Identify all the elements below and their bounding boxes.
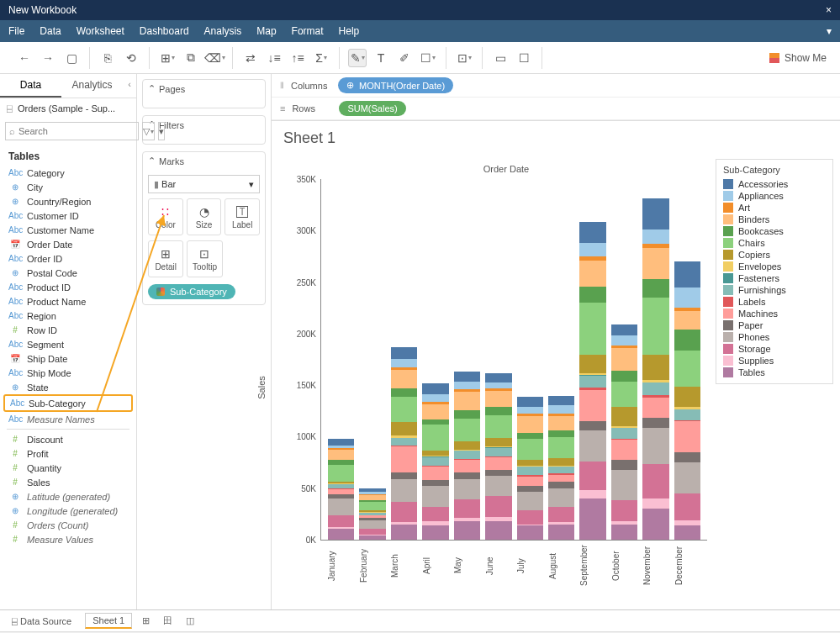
segment-bookcases[interactable] bbox=[611, 371, 637, 381]
segment-phones[interactable] bbox=[391, 479, 417, 502]
menu-file[interactable]: File bbox=[8, 25, 24, 37]
segment-storage[interactable] bbox=[422, 507, 448, 521]
legend-item-supplies[interactable]: Supplies bbox=[723, 355, 826, 367]
segment-storage[interactable] bbox=[391, 502, 417, 523]
group-icon[interactable]: ✐ bbox=[395, 49, 414, 67]
close-icon[interactable]: × bbox=[826, 4, 832, 16]
marks-tooltip-button[interactable]: ⊡Tooltip bbox=[187, 240, 222, 277]
segment-phones[interactable] bbox=[359, 520, 385, 529]
field-longitude-generated-[interactable]: ⊕Longitude (generated) bbox=[3, 504, 133, 518]
segment-tables[interactable] bbox=[579, 498, 605, 540]
segment-storage[interactable] bbox=[328, 515, 354, 528]
rows-pill[interactable]: SUM(Sales) bbox=[339, 101, 405, 116]
segment-copiers[interactable] bbox=[579, 355, 605, 373]
legend-item-chairs[interactable]: Chairs bbox=[723, 237, 826, 249]
field-order-date[interactable]: 📅Order Date bbox=[3, 237, 133, 251]
segment-furnishings[interactable] bbox=[579, 376, 605, 388]
segment-machines[interactable] bbox=[548, 475, 574, 483]
segment-machines[interactable] bbox=[611, 440, 637, 461]
segment-paper[interactable] bbox=[548, 482, 574, 488]
segment-paper[interactable] bbox=[674, 452, 700, 462]
segment-bookcases[interactable] bbox=[391, 388, 417, 397]
legend-item-furnishings[interactable]: Furnishings bbox=[723, 284, 826, 296]
sort-asc-icon[interactable]: ↓≡ bbox=[265, 49, 283, 67]
worksheet-format-icon[interactable]: ☐▾ bbox=[419, 49, 437, 67]
segment-phones[interactable] bbox=[422, 486, 448, 507]
segment-bookcases[interactable] bbox=[485, 407, 511, 415]
segment-appliances[interactable] bbox=[454, 382, 480, 390]
pages-shelf[interactable]: ⌃Pages bbox=[142, 79, 266, 108]
segment-machines[interactable] bbox=[517, 477, 543, 486]
segment-accessories[interactable] bbox=[517, 397, 543, 407]
segment-furnishings[interactable] bbox=[611, 428, 637, 438]
legend-item-envelopes[interactable]: Envelopes bbox=[723, 261, 826, 272]
bar-february[interactable] bbox=[359, 488, 385, 540]
marks-detail-button[interactable]: ⊞Detail bbox=[148, 240, 183, 277]
field-state[interactable]: ⊕State bbox=[3, 380, 133, 394]
segment-paper[interactable] bbox=[579, 421, 605, 430]
new-sheet-icon[interactable]: ⊞ bbox=[139, 615, 153, 626]
segment-machines[interactable] bbox=[391, 446, 417, 472]
segment-chairs[interactable] bbox=[454, 419, 480, 441]
save-icon[interactable]: ▢ bbox=[62, 49, 81, 67]
segment-binders[interactable] bbox=[485, 391, 511, 408]
menu-format[interactable]: Format bbox=[292, 25, 324, 37]
segment-phones[interactable] bbox=[579, 430, 605, 462]
legend-item-labels[interactable]: Labels bbox=[723, 296, 826, 308]
segment-phones[interactable] bbox=[611, 470, 637, 501]
field-profit[interactable]: #Profit bbox=[3, 446, 133, 461]
segment-paper[interactable] bbox=[454, 472, 480, 478]
presentation-icon[interactable]: ▭ bbox=[491, 49, 510, 67]
segment-tables[interactable] bbox=[359, 535, 385, 540]
legend-item-phones[interactable]: Phones bbox=[723, 331, 826, 343]
segment-binders[interactable] bbox=[454, 392, 480, 410]
segment-binders[interactable] bbox=[517, 416, 543, 433]
segment-copiers[interactable] bbox=[517, 460, 543, 466]
datasource-row[interactable]: ⌸ Orders (Sample - Sup... bbox=[0, 98, 136, 119]
field-row-id[interactable]: #Row ID bbox=[3, 323, 133, 337]
fit-icon[interactable]: ⊡▾ bbox=[455, 49, 473, 67]
field-measure-names[interactable]: AbcMeasure Names bbox=[3, 412, 133, 426]
segment-copiers[interactable] bbox=[391, 422, 417, 435]
segment-appliances[interactable] bbox=[642, 229, 668, 244]
legend-item-tables[interactable]: Tables bbox=[723, 367, 826, 378]
segment-furnishings[interactable] bbox=[391, 438, 417, 446]
tab-data-source[interactable]: ⌸ Data Source bbox=[5, 615, 78, 628]
segment-storage[interactable] bbox=[517, 510, 543, 525]
segment-chairs[interactable] bbox=[579, 303, 605, 354]
bar-march[interactable] bbox=[391, 347, 417, 540]
segment-storage[interactable] bbox=[454, 499, 480, 518]
segment-storage[interactable] bbox=[611, 500, 637, 521]
field-customer-id[interactable]: AbcCustomer ID bbox=[3, 208, 133, 223]
legend-item-accessories[interactable]: Accessories bbox=[723, 178, 826, 190]
segment-bookcases[interactable] bbox=[642, 279, 668, 298]
marks-color-button[interactable]: ∷Color bbox=[148, 198, 183, 235]
segment-accessories[interactable] bbox=[485, 373, 511, 382]
segment-chairs[interactable] bbox=[548, 437, 574, 458]
segment-chairs[interactable] bbox=[359, 502, 385, 510]
segment-bookcases[interactable] bbox=[548, 430, 574, 438]
legend-item-fasteners[interactable]: Fasteners bbox=[723, 272, 826, 284]
undo-icon[interactable]: ← bbox=[15, 49, 34, 67]
segment-appliances[interactable] bbox=[548, 405, 574, 414]
menu-help[interactable]: Help bbox=[339, 25, 360, 37]
segment-chairs[interactable] bbox=[642, 298, 668, 355]
segment-furnishings[interactable] bbox=[517, 467, 543, 475]
color-legend[interactable]: Sub-Category AccessoriesAppliancesArtBin… bbox=[716, 159, 833, 384]
legend-item-bookcases[interactable]: Bookcases bbox=[723, 225, 826, 237]
segment-appliances[interactable] bbox=[517, 407, 543, 414]
segment-chairs[interactable] bbox=[674, 351, 700, 387]
segment-accessories[interactable] bbox=[611, 324, 637, 335]
segment-accessories[interactable] bbox=[454, 372, 480, 381]
segment-binders[interactable] bbox=[674, 311, 700, 330]
segment-appliances[interactable] bbox=[485, 382, 511, 388]
segment-accessories[interactable] bbox=[391, 347, 417, 359]
segment-bookcases[interactable] bbox=[579, 287, 605, 303]
segment-accessories[interactable] bbox=[579, 222, 605, 243]
field-latitude-generated-[interactable]: ⊕Latitude (generated) bbox=[3, 489, 133, 504]
columns-pill[interactable]: ⊕ MONTH(Order Date) bbox=[338, 77, 453, 93]
menu-analysis[interactable]: Analysis bbox=[204, 25, 242, 37]
segment-paper[interactable] bbox=[485, 470, 511, 476]
segment-bookcases[interactable] bbox=[517, 433, 543, 439]
bar-august[interactable] bbox=[548, 396, 574, 540]
